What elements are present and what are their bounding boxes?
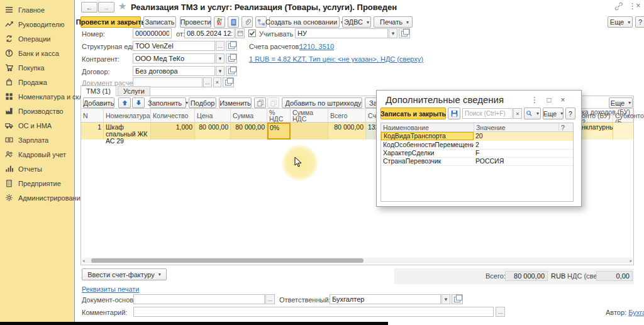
link-icon[interactable] [614, 2, 623, 12]
grid-barcode-button[interactable]: Добавить по штрихкоду [282, 97, 362, 108]
row-cell-n[interactable]: 1 [81, 123, 104, 140]
dialog-save-close-button[interactable]: Записать и закрыть [380, 107, 446, 119]
col-header-n[interactable]: N [81, 108, 104, 123]
col-header-subconto3-fragment[interactable]: Субконто (Б [613, 116, 633, 123]
post-and-close-button[interactable]: Провести и закрыть [80, 16, 141, 28]
grid-move-up-button[interactable] [118, 97, 131, 108]
dialog-save-button[interactable] [448, 107, 460, 119]
dialog-more-button[interactable]: Еще▾ [543, 107, 564, 119]
row-cell-vat-sum[interactable] [291, 123, 328, 140]
more-button[interactable]: Еще▾ [608, 16, 633, 28]
grid-copy-button[interactable] [254, 97, 266, 108]
unit-ellipsis-button[interactable]: ... [216, 41, 225, 51]
forward-button[interactable]: → [98, 2, 114, 13]
responsible-dropdown-icon[interactable]: ▾ [441, 294, 450, 304]
dialog-col-q[interactable]: ? [558, 123, 573, 132]
counterparty-field[interactable] [133, 53, 215, 63]
print-button[interactable]: Печать▾ [374, 16, 413, 28]
sidebar-item-enterprise[interactable]: Предприятие [0, 176, 74, 190]
col-header-vat-pct[interactable]: % НДС [267, 108, 291, 123]
col-header-subconto2-fragment[interactable]: онто (БУ) 2 [580, 116, 613, 123]
kpn-dropdown-icon[interactable]: ▾ [389, 28, 397, 38]
grid-edit-button[interactable]: Изменить [219, 97, 252, 108]
close-icon[interactable]: × [636, 1, 641, 10]
favorite-star-icon[interactable]: ★ [118, 1, 126, 12]
counterparty-open-icon[interactable] [226, 53, 237, 63]
sidebar-item-salary[interactable]: Зарплата [0, 133, 74, 147]
kpn-field[interactable] [295, 28, 388, 38]
create-based-on-button[interactable]: Создать на основании▾ [269, 16, 340, 28]
sidebar-item-inventory[interactable]: Номенклатура и склад [0, 89, 74, 104]
scroll-right-icon[interactable]: ▸ [630, 258, 632, 263]
base-doc-ellipsis-button[interactable]: ... [265, 294, 275, 304]
row-cell-subconto2-line2[interactable] [580, 131, 613, 140]
grid-pick-button[interactable]: Подбор [189, 97, 216, 108]
print-details-link[interactable]: Реквизиты печати [82, 285, 139, 293]
row-cell-subconto3-fragment[interactable] [613, 123, 633, 140]
dialog-kebab-icon[interactable]: ⋮ [530, 95, 540, 105]
grid-move-down-button[interactable] [132, 97, 145, 108]
help-button[interactable]: ? [635, 16, 644, 28]
dialog-col-name[interactable]: Наименование [381, 123, 474, 132]
settlement-doc-clear-icon[interactable]: × [213, 77, 221, 87]
dialog-row-name[interactable]: КодВидаТранспорта [381, 132, 474, 140]
base-doc-field[interactable] [133, 294, 265, 304]
comment-field[interactable] [133, 307, 494, 317]
dialog-row[interactable]: ХарактерСделки F [381, 149, 573, 158]
dialog-row[interactable]: КодОсобенностиПеремещения 2 [381, 141, 573, 150]
back-button[interactable]: ← [81, 2, 97, 13]
save-button[interactable]: Записать [143, 16, 176, 28]
enter-invoice-button[interactable]: Ввести счет-фактуру▾ [82, 268, 167, 280]
dialog-search-clear-icon[interactable]: × [513, 108, 522, 119]
contract-field[interactable] [133, 66, 215, 76]
row-cell-vat-pct-focused[interactable]: 0% [267, 123, 291, 140]
contract-dropdown-icon[interactable]: ▾ [216, 66, 225, 76]
sidebar-item-production[interactable]: Производство [0, 104, 74, 118]
grid-add-button[interactable]: Добавить [83, 97, 114, 108]
row-cell-item[interactable]: Шкаф спальный ЖК АС 29 [104, 123, 151, 140]
contract-open-icon[interactable] [226, 66, 237, 76]
row-cell-sum[interactable]: 80 000,00 [231, 123, 267, 140]
unit-field[interactable] [133, 41, 215, 51]
kpn-checkbox[interactable] [248, 30, 256, 37]
sidebar-item-operations[interactable]: Операции [0, 31, 74, 46]
col-header-sum[interactable]: Сумма [231, 108, 267, 123]
settlement-doc-ellipsis-button[interactable]: ... [203, 77, 212, 87]
settlement-doc-open-icon[interactable] [223, 77, 234, 87]
dialog-row-selected[interactable]: КодВидаТранспорта 20 [381, 132, 573, 141]
sidebar-item-fixed-assets[interactable]: ОС и НМА [0, 118, 74, 133]
dtkt-entries-button[interactable]: ДтКт [214, 16, 225, 28]
sidebar-item-hr[interactable]: Кадровый учет [0, 147, 74, 162]
date-field[interactable] [184, 28, 235, 38]
tab-tmz[interactable]: ТМЗ (1) [80, 85, 116, 96]
col-header-vat-sum[interactable]: Сумма НДС [291, 108, 328, 123]
calendar-icon[interactable] [235, 28, 245, 38]
horizontal-scrollbar-thumb[interactable] [91, 258, 364, 263]
dialog-search-input[interactable] [462, 108, 513, 119]
col-header-qty[interactable]: Количество [151, 108, 195, 123]
dialog-row-value[interactable]: 20 [474, 132, 558, 140]
row-cell-price[interactable]: 80 000,00 [195, 123, 231, 140]
col-header-price[interactable]: Цена [195, 108, 231, 123]
comment-ellipsis-button[interactable]: ... [496, 307, 505, 317]
dialog-help-button[interactable]: ? [565, 107, 575, 119]
grid-more-button[interactable]: Еще▾ [609, 97, 633, 108]
dialog-col-value[interactable]: Значение [474, 123, 558, 132]
scroll-left-icon[interactable]: ◂ [82, 258, 85, 263]
col-header-item[interactable]: Номенклатура [104, 108, 151, 123]
unit-open-icon[interactable] [226, 41, 237, 51]
dialog-close-icon[interactable]: × [558, 95, 568, 105]
sidebar-item-reports[interactable]: Отчеты [0, 162, 74, 176]
grid-paste-button[interactable] [267, 97, 279, 108]
post-button[interactable]: Провести [180, 16, 211, 28]
author-link[interactable]: Бухгалтер [628, 309, 644, 316]
tab-services[interactable]: Услуги [118, 86, 150, 96]
counterparty-dropdown-icon[interactable]: ▾ [216, 53, 225, 63]
attach-button[interactable] [242, 16, 253, 28]
register-list-button[interactable] [228, 16, 239, 28]
edvs-button[interactable]: ЭДВС▾ [342, 16, 371, 28]
grid-fill-button[interactable]: Заполнить▾ [150, 97, 186, 108]
sidebar-item-administration[interactable]: Администрирование [0, 190, 74, 205]
sidebar-item-main[interactable]: Главное [0, 3, 74, 17]
row-cell-subconto2-fragment[interactable]: нклатурны.. [580, 123, 613, 131]
